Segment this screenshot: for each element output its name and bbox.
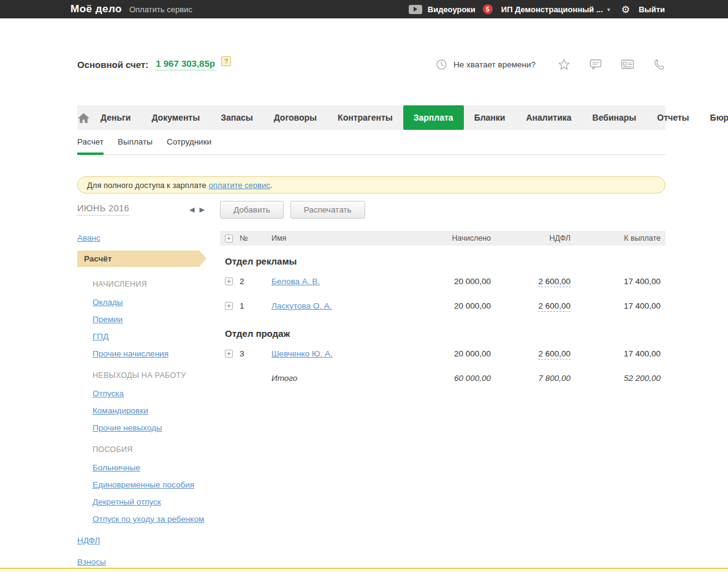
- main-nav: Деньги Документы Запасы Договоры Контраг…: [77, 105, 665, 130]
- accrued-value: 20 000,00: [399, 301, 491, 310]
- home-icon: [77, 112, 90, 124]
- access-notice: Для полного доступа к зарплате оплатите …: [77, 176, 665, 194]
- sidebar-item-lump-sum-benefits: Единовременные пособия: [93, 480, 220, 489]
- add-button[interactable]: Добавить: [220, 201, 284, 219]
- tab-money[interactable]: Деньги: [90, 105, 141, 130]
- app-logo[interactable]: Моё дело: [70, 3, 122, 15]
- tab-stock[interactable]: Запасы: [210, 105, 264, 130]
- subtab-calculation[interactable]: Расчет: [77, 130, 104, 154]
- payable-value: 17 400,00: [571, 349, 661, 358]
- content: Аванс Расчёт НАЧИСЛЕНИЯ Оклады Премии ГП…: [77, 231, 665, 572]
- sidebar-item-contributions: Взносы: [77, 557, 220, 566]
- total-label: Итого: [271, 374, 399, 383]
- expand-all-icon[interactable]: [225, 235, 233, 243]
- sidebar-item-ndfl: НДФЛ: [77, 536, 220, 545]
- col-ndfl: НДФЛ: [491, 234, 571, 243]
- video-lessons-link[interactable]: Видеоуроки: [428, 5, 476, 14]
- payable-value: 17 400,00: [571, 301, 661, 310]
- sub-nav: Расчет Выплаты Сотрудники: [77, 130, 665, 155]
- ndfl-value-link[interactable]: 2 600,00: [538, 349, 571, 359]
- page-container: Основной счет: 1 967 303,85р ? Не хватае…: [77, 57, 665, 572]
- pay-service-link[interactable]: Оплатить сервис: [129, 5, 192, 14]
- row-num: 1: [240, 301, 271, 310]
- sidebar-item-bonuses: Премии: [93, 315, 220, 324]
- month-arrows: ◀ ▶: [187, 205, 207, 215]
- help-icon[interactable]: ?: [221, 56, 231, 66]
- prev-month-arrow[interactable]: ◀: [187, 205, 197, 215]
- pay-service-inline-link[interactable]: оплатите сервис: [208, 181, 270, 190]
- next-month-arrow[interactable]: ▶: [197, 205, 207, 215]
- tab-bureau[interactable]: Бюро: [700, 105, 728, 130]
- group-title-sales: Отдел продаж: [225, 328, 665, 340]
- ndfl-value-link[interactable]: 2 600,00: [538, 277, 571, 287]
- topbar: Моё дело Оплатить сервис Видеоуроки 5 ИП…: [0, 0, 728, 18]
- total-payable: 52 200,00: [571, 374, 661, 383]
- total-ndfl: 7 800,00: [491, 374, 571, 383]
- print-button[interactable]: Распечатать: [290, 201, 365, 219]
- expand-row-icon[interactable]: [225, 302, 233, 310]
- chevron-down-icon[interactable]: ▾: [607, 6, 610, 13]
- subtab-employees[interactable]: Сотрудники: [167, 130, 211, 154]
- sidebar-item-sick-leave: Больничные: [93, 463, 220, 472]
- notice-period: .: [270, 181, 273, 190]
- col-num: №: [240, 234, 271, 243]
- sidebar-section-absences: НЕВЫХОДЫ НА РАБОТУ: [93, 371, 220, 380]
- topbar-inner: Моё дело Оплатить сервис Видеоуроки 5 ИП…: [70, 0, 665, 18]
- tab-counterparties[interactable]: Контрагенты: [327, 105, 403, 130]
- toolbar: ИЮНЬ 2016 ◀ ▶ Добавить Распечатать: [77, 201, 665, 218]
- expand-row-icon[interactable]: [225, 350, 233, 358]
- employee-link[interactable]: Белова А. В.: [271, 277, 320, 286]
- sidebar-item-avans: Аванс: [77, 233, 220, 243]
- video-play-icon[interactable]: [409, 5, 422, 14]
- sidebar-item-other-absences: Прочие невыходы: [93, 423, 220, 432]
- no-time-link[interactable]: Не хватает времени?: [453, 60, 536, 69]
- tab-reports[interactable]: Отчеты: [646, 105, 699, 130]
- chat-icon[interactable]: [589, 58, 602, 70]
- account-menu[interactable]: ИП Демонстрационный ...: [501, 5, 603, 14]
- gear-icon[interactable]: ⚙: [621, 4, 630, 15]
- ndfl-value-link[interactable]: 2 600,00: [538, 301, 571, 312]
- star-icon[interactable]: [558, 58, 571, 71]
- tab-forms[interactable]: Бланки: [464, 105, 516, 130]
- tab-salary[interactable]: Зарплата: [403, 105, 464, 130]
- group-title-advertising: Отдел рекламы: [225, 255, 665, 268]
- sidebar-item-other-accruals: Прочие начисления: [93, 349, 220, 358]
- month-selector: ИЮНЬ 2016 ◀ ▶: [77, 203, 220, 216]
- tab-documents[interactable]: Документы: [141, 105, 210, 130]
- contact-card-icon[interactable]: [621, 59, 634, 70]
- sidebar-item-salaries: Оклады: [93, 298, 220, 307]
- col-payable: К выплате: [571, 234, 661, 243]
- notice-text: Для полного доступа к зарплате: [87, 181, 206, 190]
- tab-webinars[interactable]: Вебинары: [582, 105, 647, 130]
- video-lessons-badge: 5: [483, 4, 493, 14]
- footer-strip: [0, 568, 728, 572]
- sidebar-item-vacations: Отпуска: [93, 389, 220, 398]
- employee-link[interactable]: Ласкутова О. А.: [271, 301, 332, 310]
- month-label[interactable]: ИЮНЬ 2016: [77, 203, 129, 216]
- logout-link[interactable]: Выйти: [639, 5, 665, 14]
- clock-icon: [436, 59, 447, 70]
- balance-value-link[interactable]: 1 967 303,85р: [156, 58, 215, 70]
- row-num: 2: [240, 277, 271, 286]
- row-num: 3: [240, 349, 271, 358]
- home-tab[interactable]: [77, 105, 90, 130]
- sidebar-item-maternity-leave: Декретный отпуск: [93, 497, 220, 506]
- sidebar-section-accruals: НАЧИСЛЕНИЯ: [93, 280, 220, 288]
- table-header: № Имя Начислено НДФЛ К выплате: [220, 231, 665, 246]
- balance-label: Основной счет:: [77, 59, 148, 70]
- total-row: Итого 60 000,00 7 800,00 52 200,00: [220, 366, 665, 390]
- table-row: 1 Ласкутова О. А. 20 000,00 2 600,00 17 …: [220, 293, 665, 318]
- payroll-table: № Имя Начислено НДФЛ К выплате Отдел рек…: [220, 231, 665, 390]
- col-accrued: Начислено: [399, 234, 491, 243]
- employee-link[interactable]: Шевченко Ю. А.: [271, 349, 333, 358]
- balance-row: Основной счет: 1 967 303,85р ? Не хватае…: [77, 57, 665, 72]
- phone-icon[interactable]: [653, 58, 665, 71]
- sidebar-item-raschet-active[interactable]: Расчёт: [77, 250, 199, 267]
- subtab-payments[interactable]: Выплаты: [118, 130, 153, 154]
- tab-contracts[interactable]: Договоры: [264, 105, 327, 130]
- col-name: Имя: [271, 234, 399, 243]
- tab-analytics[interactable]: Аналитика: [515, 105, 582, 130]
- header-icons: Не хватает времени?: [436, 58, 665, 71]
- sidebar-item-gpd: ГПД: [93, 332, 220, 341]
- expand-row-icon[interactable]: [225, 277, 233, 285]
